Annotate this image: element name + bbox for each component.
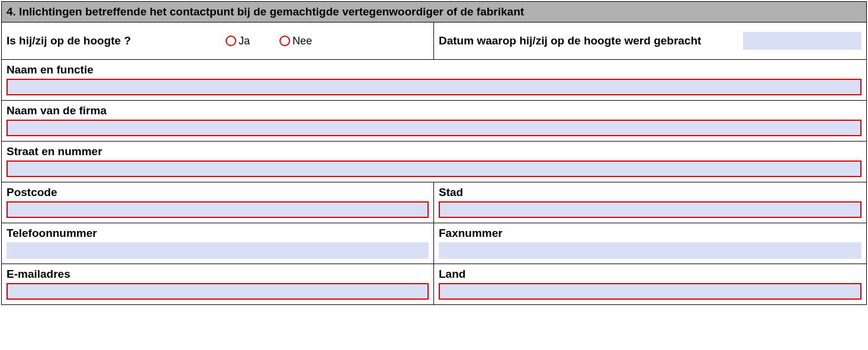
city-input[interactable]	[439, 201, 861, 218]
aware-radio-no[interactable]: Nee	[279, 35, 312, 47]
company-row: Naam van de firma	[2, 101, 866, 142]
aware-radio-yes[interactable]: Ja	[226, 35, 250, 47]
name-function-row: Naam en functie	[2, 60, 866, 101]
email-input[interactable]	[7, 283, 429, 300]
phone-input[interactable]	[7, 242, 429, 259]
aware-radio-group: Ja Nee	[226, 35, 312, 47]
form-section-4: 4. Inlichtingen betreffende het contactp…	[1, 1, 867, 305]
city-cell: Stad	[434, 182, 866, 223]
street-row: Straat en nummer	[2, 142, 866, 182]
company-label: Naam van de firma	[7, 104, 861, 117]
postcode-label: Postcode	[7, 186, 429, 199]
radio-icon	[226, 36, 236, 46]
company-input[interactable]	[7, 120, 861, 136]
email-country-row: E-mailadres Land	[2, 264, 866, 304]
country-input[interactable]	[439, 283, 861, 300]
aware-date-input[interactable]	[743, 32, 861, 50]
fax-input[interactable]	[439, 242, 861, 259]
email-cell: E-mailadres	[2, 264, 434, 304]
radio-no-label: Nee	[292, 35, 312, 47]
country-cell: Land	[434, 264, 866, 304]
aware-question-label: Is hij/zij op de hoogte ?	[7, 34, 131, 47]
phone-fax-row: Telefoonnummer Faxnummer	[2, 223, 866, 264]
phone-label: Telefoonnummer	[7, 227, 429, 240]
name-function-input[interactable]	[7, 79, 861, 95]
section-title: 4. Inlichtingen betreffende het contactp…	[7, 5, 524, 18]
postcode-city-row: Postcode Stad	[2, 182, 866, 223]
city-label: Stad	[439, 186, 861, 199]
name-function-label: Naam en functie	[7, 63, 861, 76]
email-label: E-mailadres	[7, 268, 429, 281]
section-header: 4. Inlichtingen betreffende het contactp…	[2, 2, 866, 23]
radio-yes-label: Ja	[239, 35, 250, 47]
street-label: Straat en nummer	[7, 145, 861, 158]
aware-date-label: Datum waarop hij/zij op de hoogte werd g…	[439, 34, 719, 48]
aware-date-cell: Datum waarop hij/zij op de hoogte werd g…	[434, 23, 866, 59]
street-input[interactable]	[7, 160, 861, 177]
fax-cell: Faxnummer	[434, 223, 866, 264]
postcode-input[interactable]	[7, 201, 429, 218]
radio-icon	[279, 36, 290, 46]
aware-row: Is hij/zij op de hoogte ? Ja Nee Datum w…	[2, 23, 866, 60]
country-label: Land	[439, 268, 861, 281]
fax-label: Faxnummer	[439, 227, 861, 240]
phone-cell: Telefoonnummer	[2, 223, 434, 264]
aware-question-cell: Is hij/zij op de hoogte ? Ja Nee	[2, 23, 434, 59]
postcode-cell: Postcode	[2, 182, 434, 223]
